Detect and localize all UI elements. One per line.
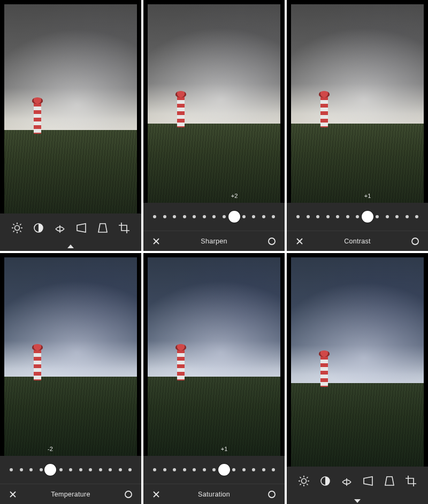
adjust-label: Sharpen xyxy=(162,238,266,245)
tower-shape xyxy=(177,96,185,127)
slider-track xyxy=(10,468,132,471)
slider-tick xyxy=(242,215,246,218)
confirm-button[interactable] xyxy=(266,489,277,500)
slider-tick xyxy=(173,215,176,218)
contrast-icon xyxy=(319,475,332,489)
crop-tool[interactable] xyxy=(116,220,133,237)
skew-v-tool[interactable] xyxy=(94,220,111,237)
slider-tick xyxy=(307,215,310,218)
slider-tick xyxy=(296,215,300,218)
exposure-tool[interactable] xyxy=(295,473,312,490)
contrast-tool[interactable] xyxy=(317,473,334,490)
slider-tick xyxy=(395,215,399,218)
adjust-slider[interactable]: +1 xyxy=(143,456,285,484)
edit-toolbar xyxy=(287,467,428,497)
slider-tick xyxy=(212,215,216,218)
slider-tick xyxy=(40,468,43,471)
slider-track xyxy=(153,215,275,218)
skew-h-tool[interactable] xyxy=(73,220,90,237)
slider-tick xyxy=(406,215,409,218)
panel-tools-top xyxy=(0,0,141,251)
ground-layer xyxy=(291,383,424,467)
slider-tick xyxy=(153,468,156,471)
exposure-icon xyxy=(297,475,310,489)
exposure-tool[interactable] xyxy=(9,220,26,237)
contrast-tool[interactable] xyxy=(30,220,47,237)
cancel-button[interactable] xyxy=(151,236,162,247)
skew-v-icon xyxy=(96,222,109,236)
slider-tick xyxy=(272,215,275,218)
photo-preview[interactable] xyxy=(4,4,137,213)
straighten-tool[interactable] xyxy=(338,473,355,490)
confirm-button[interactable] xyxy=(410,236,421,247)
slider-tick xyxy=(356,215,359,218)
slider-tick xyxy=(203,468,206,471)
cancel-button[interactable] xyxy=(294,236,305,247)
tower-shape xyxy=(320,356,328,387)
slider-tick xyxy=(242,468,246,471)
contrast-icon xyxy=(32,222,45,236)
tower-shape xyxy=(34,103,41,134)
slider-tick xyxy=(173,468,176,471)
slider-tick xyxy=(316,215,319,218)
adjust-label: Temperature xyxy=(18,491,123,498)
slider-tick xyxy=(183,468,186,471)
panel-sharpen: +2 Sharpen xyxy=(143,0,285,251)
exposure-icon xyxy=(11,222,24,236)
cancel-button[interactable] xyxy=(7,489,18,500)
skew-h-icon xyxy=(362,475,374,489)
slider-knob[interactable] xyxy=(362,211,373,223)
crop-icon xyxy=(118,222,131,236)
slider-value: +1 xyxy=(221,446,228,452)
ground-layer xyxy=(148,377,280,456)
panel-saturation: +1 Saturation xyxy=(143,253,285,504)
slider-actions: Contrast xyxy=(287,231,428,251)
skew-h-tool[interactable] xyxy=(360,473,377,490)
tower-shape xyxy=(177,349,185,380)
skew-v-tool[interactable] xyxy=(381,473,398,490)
slider-knob[interactable] xyxy=(218,464,230,476)
slider-actions: Saturation xyxy=(143,484,285,504)
slider-tick xyxy=(326,215,330,218)
slider-actions: Sharpen xyxy=(143,231,285,251)
slider-value: +2 xyxy=(231,193,238,199)
photo-preview[interactable] xyxy=(291,257,424,467)
ground-layer xyxy=(148,124,280,203)
confirm-button[interactable] xyxy=(266,236,277,247)
slider-knob[interactable] xyxy=(44,464,56,476)
straighten-icon xyxy=(340,475,353,489)
panel-temperature: -2 Temperature xyxy=(0,253,141,504)
photo-preview[interactable] xyxy=(148,4,280,203)
photo-preview[interactable] xyxy=(4,257,137,456)
adjust-slider[interactable]: -2 xyxy=(0,456,141,484)
slider-tick xyxy=(262,468,265,471)
slider-tick xyxy=(272,468,275,471)
slider-tick xyxy=(203,215,206,218)
adjust-slider[interactable]: +2 xyxy=(143,203,285,231)
adjust-slider[interactable]: +1 xyxy=(287,203,428,231)
adjust-label: Saturation xyxy=(162,491,266,498)
photo-preview[interactable] xyxy=(291,4,424,203)
slider-tick xyxy=(386,215,389,218)
slider-tick xyxy=(153,215,156,218)
straighten-icon xyxy=(54,222,66,236)
crop-tool[interactable] xyxy=(402,473,419,490)
photo-preview[interactable] xyxy=(148,257,280,456)
toolbar-caret-up[interactable] xyxy=(0,243,141,251)
confirm-button[interactable] xyxy=(123,489,134,500)
slider-tick xyxy=(212,468,216,471)
skew-h-icon xyxy=(75,222,88,236)
slider-value: -2 xyxy=(48,446,53,452)
slider-tick xyxy=(262,215,265,218)
panel-tools-bottom xyxy=(287,253,428,504)
toolbar-caret-down[interactable] xyxy=(287,497,428,504)
slider-tick xyxy=(252,468,255,471)
slider-knob[interactable] xyxy=(228,211,240,223)
slider-actions: Temperature xyxy=(0,484,141,504)
straighten-tool[interactable] xyxy=(51,220,68,237)
panel-contrast: +1 Contrast xyxy=(287,0,428,251)
slider-tick xyxy=(109,468,112,471)
slider-tick xyxy=(20,468,23,471)
cancel-button[interactable] xyxy=(151,489,162,500)
slider-tick xyxy=(128,468,132,471)
